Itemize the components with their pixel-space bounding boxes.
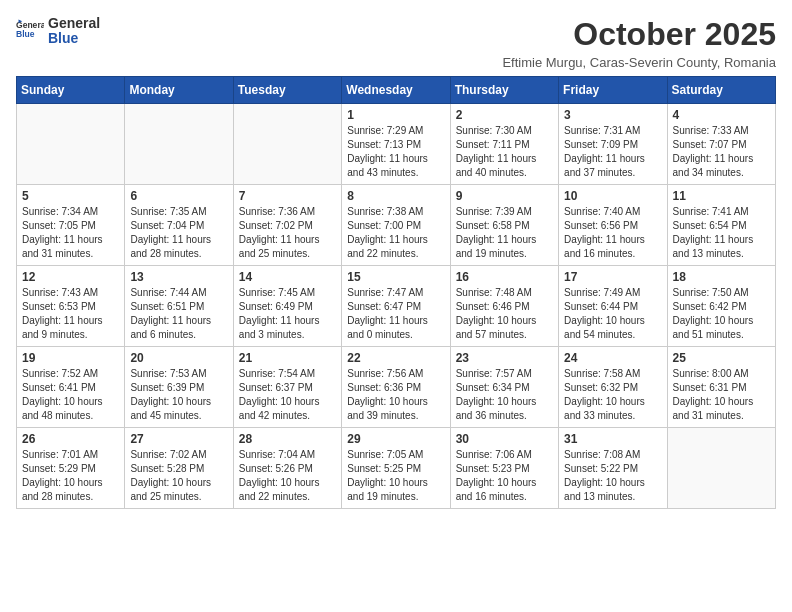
- calendar-title: October 2025: [502, 16, 776, 53]
- day-cell: 25Sunrise: 8:00 AM Sunset: 6:31 PM Dayli…: [667, 347, 775, 428]
- day-cell: 3Sunrise: 7:31 AM Sunset: 7:09 PM Daylig…: [559, 104, 667, 185]
- day-number: 23: [456, 351, 553, 365]
- day-number: 4: [673, 108, 770, 122]
- day-cell: 2Sunrise: 7:30 AM Sunset: 7:11 PM Daylig…: [450, 104, 558, 185]
- col-header-wednesday: Wednesday: [342, 77, 450, 104]
- col-header-thursday: Thursday: [450, 77, 558, 104]
- day-cell: 27Sunrise: 7:02 AM Sunset: 5:28 PM Dayli…: [125, 428, 233, 509]
- day-cell: [667, 428, 775, 509]
- day-info: Sunrise: 7:34 AM Sunset: 7:05 PM Dayligh…: [22, 205, 119, 261]
- day-cell: 28Sunrise: 7:04 AM Sunset: 5:26 PM Dayli…: [233, 428, 341, 509]
- day-number: 7: [239, 189, 336, 203]
- day-cell: 24Sunrise: 7:58 AM Sunset: 6:32 PM Dayli…: [559, 347, 667, 428]
- day-info: Sunrise: 7:02 AM Sunset: 5:28 PM Dayligh…: [130, 448, 227, 504]
- day-info: Sunrise: 7:49 AM Sunset: 6:44 PM Dayligh…: [564, 286, 661, 342]
- week-row-5: 26Sunrise: 7:01 AM Sunset: 5:29 PM Dayli…: [17, 428, 776, 509]
- week-row-2: 5Sunrise: 7:34 AM Sunset: 7:05 PM Daylig…: [17, 185, 776, 266]
- day-cell: 20Sunrise: 7:53 AM Sunset: 6:39 PM Dayli…: [125, 347, 233, 428]
- day-cell: 1Sunrise: 7:29 AM Sunset: 7:13 PM Daylig…: [342, 104, 450, 185]
- col-header-saturday: Saturday: [667, 77, 775, 104]
- day-cell: [17, 104, 125, 185]
- day-cell: [233, 104, 341, 185]
- day-number: 10: [564, 189, 661, 203]
- day-info: Sunrise: 7:48 AM Sunset: 6:46 PM Dayligh…: [456, 286, 553, 342]
- day-cell: 12Sunrise: 7:43 AM Sunset: 6:53 PM Dayli…: [17, 266, 125, 347]
- day-info: Sunrise: 7:43 AM Sunset: 6:53 PM Dayligh…: [22, 286, 119, 342]
- day-info: Sunrise: 7:58 AM Sunset: 6:32 PM Dayligh…: [564, 367, 661, 423]
- week-row-1: 1Sunrise: 7:29 AM Sunset: 7:13 PM Daylig…: [17, 104, 776, 185]
- day-info: Sunrise: 7:08 AM Sunset: 5:22 PM Dayligh…: [564, 448, 661, 504]
- calendar-header-row: SundayMondayTuesdayWednesdayThursdayFrid…: [17, 77, 776, 104]
- day-number: 1: [347, 108, 444, 122]
- day-number: 2: [456, 108, 553, 122]
- day-cell: 22Sunrise: 7:56 AM Sunset: 6:36 PM Dayli…: [342, 347, 450, 428]
- day-cell: [125, 104, 233, 185]
- day-number: 3: [564, 108, 661, 122]
- day-cell: 11Sunrise: 7:41 AM Sunset: 6:54 PM Dayli…: [667, 185, 775, 266]
- day-info: Sunrise: 7:06 AM Sunset: 5:23 PM Dayligh…: [456, 448, 553, 504]
- col-header-monday: Monday: [125, 77, 233, 104]
- day-number: 30: [456, 432, 553, 446]
- day-info: Sunrise: 7:38 AM Sunset: 7:00 PM Dayligh…: [347, 205, 444, 261]
- col-header-friday: Friday: [559, 77, 667, 104]
- day-info: Sunrise: 7:01 AM Sunset: 5:29 PM Dayligh…: [22, 448, 119, 504]
- logo-general-text: General: [48, 16, 100, 31]
- day-number: 9: [456, 189, 553, 203]
- day-info: Sunrise: 7:54 AM Sunset: 6:37 PM Dayligh…: [239, 367, 336, 423]
- day-info: Sunrise: 7:40 AM Sunset: 6:56 PM Dayligh…: [564, 205, 661, 261]
- day-number: 28: [239, 432, 336, 446]
- logo-icon: General Blue: [16, 17, 44, 45]
- title-block: October 2025 Eftimie Murgu, Caras-Severi…: [502, 16, 776, 70]
- day-cell: 29Sunrise: 7:05 AM Sunset: 5:25 PM Dayli…: [342, 428, 450, 509]
- day-number: 22: [347, 351, 444, 365]
- day-number: 18: [673, 270, 770, 284]
- day-cell: 13Sunrise: 7:44 AM Sunset: 6:51 PM Dayli…: [125, 266, 233, 347]
- day-cell: 17Sunrise: 7:49 AM Sunset: 6:44 PM Dayli…: [559, 266, 667, 347]
- day-info: Sunrise: 7:44 AM Sunset: 6:51 PM Dayligh…: [130, 286, 227, 342]
- day-cell: 19Sunrise: 7:52 AM Sunset: 6:41 PM Dayli…: [17, 347, 125, 428]
- day-number: 15: [347, 270, 444, 284]
- day-number: 19: [22, 351, 119, 365]
- day-cell: 30Sunrise: 7:06 AM Sunset: 5:23 PM Dayli…: [450, 428, 558, 509]
- week-row-4: 19Sunrise: 7:52 AM Sunset: 6:41 PM Dayli…: [17, 347, 776, 428]
- day-info: Sunrise: 7:30 AM Sunset: 7:11 PM Dayligh…: [456, 124, 553, 180]
- logo: General Blue General Blue: [16, 16, 100, 47]
- day-number: 13: [130, 270, 227, 284]
- week-row-3: 12Sunrise: 7:43 AM Sunset: 6:53 PM Dayli…: [17, 266, 776, 347]
- day-cell: 26Sunrise: 7:01 AM Sunset: 5:29 PM Dayli…: [17, 428, 125, 509]
- day-cell: 21Sunrise: 7:54 AM Sunset: 6:37 PM Dayli…: [233, 347, 341, 428]
- day-info: Sunrise: 7:36 AM Sunset: 7:02 PM Dayligh…: [239, 205, 336, 261]
- day-info: Sunrise: 7:05 AM Sunset: 5:25 PM Dayligh…: [347, 448, 444, 504]
- day-cell: 8Sunrise: 7:38 AM Sunset: 7:00 PM Daylig…: [342, 185, 450, 266]
- day-number: 25: [673, 351, 770, 365]
- day-info: Sunrise: 7:29 AM Sunset: 7:13 PM Dayligh…: [347, 124, 444, 180]
- col-header-sunday: Sunday: [17, 77, 125, 104]
- col-header-tuesday: Tuesday: [233, 77, 341, 104]
- day-number: 11: [673, 189, 770, 203]
- day-cell: 4Sunrise: 7:33 AM Sunset: 7:07 PM Daylig…: [667, 104, 775, 185]
- day-cell: 31Sunrise: 7:08 AM Sunset: 5:22 PM Dayli…: [559, 428, 667, 509]
- day-number: 29: [347, 432, 444, 446]
- day-cell: 7Sunrise: 7:36 AM Sunset: 7:02 PM Daylig…: [233, 185, 341, 266]
- day-number: 24: [564, 351, 661, 365]
- day-info: Sunrise: 7:56 AM Sunset: 6:36 PM Dayligh…: [347, 367, 444, 423]
- svg-text:Blue: Blue: [16, 30, 35, 40]
- day-cell: 10Sunrise: 7:40 AM Sunset: 6:56 PM Dayli…: [559, 185, 667, 266]
- day-number: 16: [456, 270, 553, 284]
- day-info: Sunrise: 7:50 AM Sunset: 6:42 PM Dayligh…: [673, 286, 770, 342]
- day-number: 8: [347, 189, 444, 203]
- day-info: Sunrise: 7:33 AM Sunset: 7:07 PM Dayligh…: [673, 124, 770, 180]
- calendar-subtitle: Eftimie Murgu, Caras-Severin County, Rom…: [502, 55, 776, 70]
- day-number: 20: [130, 351, 227, 365]
- logo-blue-text: Blue: [48, 31, 100, 46]
- day-number: 21: [239, 351, 336, 365]
- day-info: Sunrise: 7:52 AM Sunset: 6:41 PM Dayligh…: [22, 367, 119, 423]
- day-info: Sunrise: 7:41 AM Sunset: 6:54 PM Dayligh…: [673, 205, 770, 261]
- day-info: Sunrise: 7:57 AM Sunset: 6:34 PM Dayligh…: [456, 367, 553, 423]
- calendar-table: SundayMondayTuesdayWednesdayThursdayFrid…: [16, 76, 776, 509]
- day-info: Sunrise: 8:00 AM Sunset: 6:31 PM Dayligh…: [673, 367, 770, 423]
- day-cell: 16Sunrise: 7:48 AM Sunset: 6:46 PM Dayli…: [450, 266, 558, 347]
- day-info: Sunrise: 7:47 AM Sunset: 6:47 PM Dayligh…: [347, 286, 444, 342]
- day-number: 12: [22, 270, 119, 284]
- day-info: Sunrise: 7:35 AM Sunset: 7:04 PM Dayligh…: [130, 205, 227, 261]
